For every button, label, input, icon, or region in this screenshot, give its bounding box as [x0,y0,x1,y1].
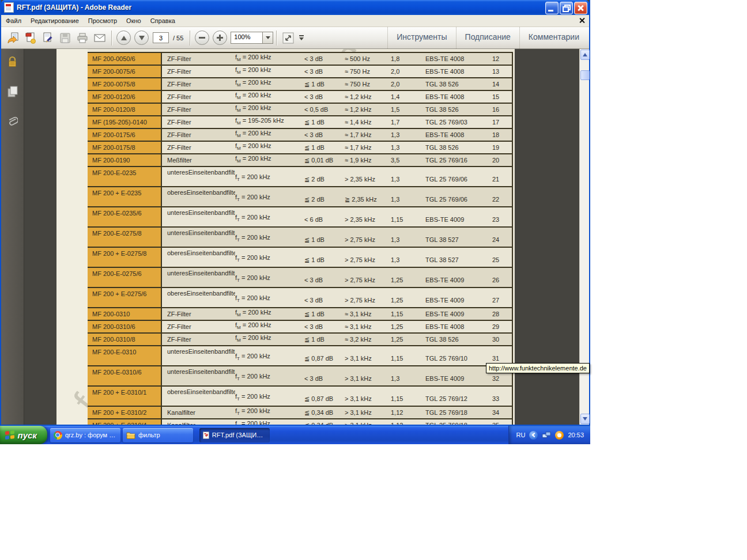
page-thumbnails-button[interactable] [7,85,18,100]
zoom-level-value[interactable]: 100% [231,32,263,44]
tray-app-icon[interactable] [555,431,564,440]
taskbar-task[interactable]: RFT.pdf (ЗАЩИТА) - ... [199,428,270,442]
row-number-cell: 23 [489,207,512,226]
bandwidth-cell: ≈ 1,4 kHz [345,116,391,128]
email-button[interactable] [91,30,108,46]
previous-page-button[interactable] [116,31,131,45]
close-menubar-icon[interactable] [579,17,585,24]
row-number-cell: 29 [489,321,512,332]
security-lock-button[interactable] [7,56,18,70]
row-number-cell: 14 [489,78,512,90]
pane-button[interactable]: Комментарии [519,27,588,48]
close-button[interactable] [574,2,587,14]
model-cell: MF 200-0175/8 [88,142,162,153]
zoom-out-button[interactable] [195,31,209,45]
folder-icon [126,432,135,439]
pdf-page: funktechnikelemente MF 200-0050/6ZF-Filt… [56,49,515,425]
shape-factor-cell: 1,4 [391,91,425,103]
minimize-button[interactable] [545,2,559,14]
frequency-cell: fM = 200 kHz [235,321,304,332]
row-number-cell: 22 [489,187,512,206]
type-cell: ZF-Filter [162,78,235,90]
frequency-cell: fM = 200 kHz [235,308,304,320]
table-row: MF 200-0175/6ZF-FilterfM = 200 kHz< 3 dB… [88,128,513,141]
shape-factor-cell: 1,7 [391,116,425,128]
network-icon[interactable] [542,432,551,439]
window-title: RFT.pdf (ЗАЩИТА) - Adobe Reader [17,3,131,12]
task-label: RFT.pdf (ЗАЩИТА) - ... [212,432,266,438]
fit-page-button[interactable] [280,30,297,46]
create-pdf-button[interactable] [22,30,39,46]
print-icon [76,32,89,44]
frequency-cell: fT = 200 kHz [235,387,304,406]
scroll-up-button[interactable] [580,50,590,60]
frequency-cell: fT = 200 kHz [235,228,304,247]
next-page-button[interactable] [134,31,149,45]
standard-cell: EBS-TE 4008 [425,53,489,65]
filter-table: MF 200-0050/6ZF-FilterfM = 200 kHz< 3 dB… [88,52,513,425]
language-indicator[interactable]: RU [516,432,526,438]
standard-cell: TGL 25 769/18 [425,407,489,418]
page-number-input[interactable] [153,32,169,43]
standard-cell: TGL 38 527 [425,228,489,247]
attenuation-cell: < 3 dB [304,366,345,385]
restore-button[interactable] [560,2,573,14]
menu-item[interactable]: Окно [122,16,146,26]
model-cell: MF 200 + E-0235 [88,187,162,206]
chevron-down-icon [299,37,304,40]
attenuation-cell: < 6 dB [304,207,345,226]
bandwidth-cell: > 3,1 kHz [345,346,391,365]
menu-item[interactable]: Файл [1,16,26,26]
start-button[interactable]: пуск [0,426,47,444]
scroll-down-button[interactable] [580,414,590,424]
task-label: qrz.by : форум ради... [65,432,117,438]
shape-factor-cell: 1,15 [391,346,425,365]
shape-factor-cell: 1,25 [391,321,425,332]
taskbar-task[interactable]: фильтр [123,428,193,442]
table-row: MF 200-0310/8ZF-FilterfM = 200 kHz≦ 1 dB… [88,332,513,345]
title-bar[interactable]: RFT.pdf (ЗАЩИТА) - Adobe Reader [1,0,589,15]
model-cell: MF 200 + E-0310/4 [88,419,162,425]
pane-button[interactable]: Подписание [456,27,519,48]
bandwidth-cell: > 2,75 kHz [345,288,391,307]
menu-item[interactable]: Просмотр [84,16,122,26]
type-cell: ZF-Filter [162,129,235,141]
save-button[interactable] [56,30,74,46]
print-button[interactable] [74,30,91,46]
pane-button[interactable]: Инструменты [387,27,455,48]
taskbar-task[interactable]: qrz.by : форум ради... [50,428,120,442]
attachments-button[interactable] [7,115,18,131]
bandwidth-cell: ≈ 1,2 kHz [345,91,391,103]
bandwidth-cell: > 2,35 kHz [345,167,391,186]
hide-icons-button[interactable] [529,431,538,440]
attenuation-cell: ≦ 1 dB [304,248,345,267]
row-number-cell: 24 [489,228,512,247]
row-number-cell: 17 [489,116,512,128]
zoom-in-button[interactable] [213,31,227,45]
attenuation-cell: ≦ 1 dB [304,142,345,153]
shape-factor-cell: 3,5 [391,154,425,166]
menu-item[interactable]: Редактирование [26,16,84,26]
bandwidth-cell: ≈ 1,7 kHz [345,142,391,153]
task-label: фильтр [138,432,160,438]
table-row: MF 200-0310ZF-FilterfM = 200 kHz≦ 1 dB≈ … [88,307,513,320]
scrollbar-thumb[interactable] [580,70,590,80]
row-number-cell: 34 [489,407,512,418]
frequency-cell: fM = 195-205 kHz [235,116,304,128]
attenuation-cell: ≦ 0,87 dB [304,387,345,406]
open-button[interactable] [5,30,22,46]
sign-button[interactable] [39,30,56,46]
chrome-icon [54,431,62,440]
more-tools-button[interactable] [299,35,304,40]
bandwidth-cell: > 2,75 kHz [345,248,391,267]
open-icon [7,32,20,44]
bandwidth-cell: > 2,35 kHz [345,207,391,226]
model-cell: MF 200-E-0310 [88,346,162,365]
type-cell: ZF-Filter [162,66,235,77]
bandwidth-cell: ≈ 1,2 kHz [345,104,391,115]
zoom-dropdown-button[interactable] [263,32,273,44]
save-icon [59,32,71,44]
table-row: MF 200-E-0310/6unteresEinseitenbandfilte… [88,365,513,385]
menu-item[interactable]: Справка [146,16,180,26]
up-arrow-icon [583,53,587,56]
